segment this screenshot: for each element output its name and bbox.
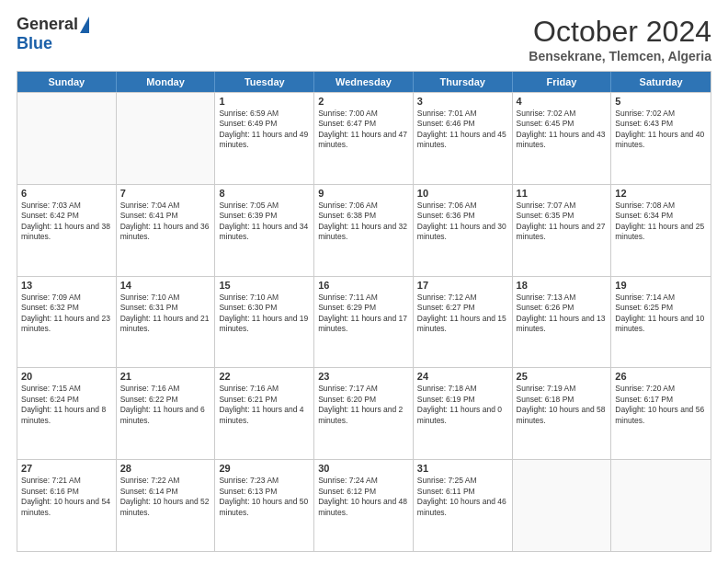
day-number: 25 [517,371,608,382]
day-number: 4 [517,96,608,107]
day-number: 29 [219,463,310,474]
cell-info: Sunrise: 7:25 AM Sunset: 6:11 PM Dayligh… [417,476,508,518]
header: General Blue October 2024 Bensekrane, Tl… [17,15,711,63]
day-number: 17 [417,280,508,291]
cell-info: Sunrise: 7:02 AM Sunset: 6:43 PM Dayligh… [615,109,707,151]
month-title: October 2024 [529,15,711,49]
header-day-friday: Friday [513,72,612,92]
cal-cell: 12Sunrise: 7:08 AM Sunset: 6:34 PM Dayli… [611,185,711,276]
cell-info: Sunrise: 7:22 AM Sunset: 6:14 PM Dayligh… [120,476,211,518]
cell-info: Sunrise: 7:16 AM Sunset: 6:21 PM Dayligh… [219,384,310,426]
day-number: 18 [517,280,608,291]
day-number: 20 [21,371,112,382]
page: General Blue October 2024 Bensekrane, Tl… [0,0,728,563]
cal-cell: 3Sunrise: 7:01 AM Sunset: 6:46 PM Daylig… [414,93,513,184]
cal-cell: 24Sunrise: 7:18 AM Sunset: 6:19 PM Dayli… [414,368,513,459]
cell-info: Sunrise: 7:13 AM Sunset: 6:26 PM Dayligh… [517,293,608,335]
week-row-1: 1Sunrise: 6:59 AM Sunset: 6:49 PM Daylig… [17,92,711,184]
cal-cell: 8Sunrise: 7:05 AM Sunset: 6:39 PM Daylig… [215,185,314,276]
cal-cell: 21Sunrise: 7:16 AM Sunset: 6:22 PM Dayli… [117,368,216,459]
cell-info: Sunrise: 7:01 AM Sunset: 6:46 PM Dayligh… [417,109,508,151]
logo-triangle-icon [80,17,89,33]
day-number: 31 [417,463,508,474]
week-row-3: 13Sunrise: 7:09 AM Sunset: 6:32 PM Dayli… [17,276,711,368]
cal-cell: 7Sunrise: 7:04 AM Sunset: 6:41 PM Daylig… [117,185,216,276]
logo-general-text: General [17,15,78,34]
cell-info: Sunrise: 7:10 AM Sunset: 6:30 PM Dayligh… [219,293,310,335]
cell-info: Sunrise: 7:03 AM Sunset: 6:42 PM Dayligh… [21,201,112,243]
cal-cell: 2Sunrise: 7:00 AM Sunset: 6:47 PM Daylig… [314,93,414,184]
cell-info: Sunrise: 7:07 AM Sunset: 6:35 PM Dayligh… [517,201,608,243]
header-day-thursday: Thursday [414,72,513,92]
header-day-wednesday: Wednesday [314,72,414,92]
cell-info: Sunrise: 6:59 AM Sunset: 6:49 PM Dayligh… [219,109,310,151]
header-day-saturday: Saturday [611,72,711,92]
cal-cell: 18Sunrise: 7:13 AM Sunset: 6:26 PM Dayli… [513,277,612,368]
cell-info: Sunrise: 7:24 AM Sunset: 6:12 PM Dayligh… [318,476,409,518]
cal-cell: 26Sunrise: 7:20 AM Sunset: 6:17 PM Dayli… [611,368,711,459]
cell-info: Sunrise: 7:12 AM Sunset: 6:27 PM Dayligh… [417,293,508,335]
cell-info: Sunrise: 7:14 AM Sunset: 6:25 PM Dayligh… [615,293,707,335]
cal-cell: 31Sunrise: 7:25 AM Sunset: 6:11 PM Dayli… [414,460,513,551]
day-number: 22 [219,371,310,382]
cell-info: Sunrise: 7:18 AM Sunset: 6:19 PM Dayligh… [417,384,508,426]
day-number: 21 [120,371,211,382]
day-number: 8 [219,188,310,199]
cell-info: Sunrise: 7:00 AM Sunset: 6:47 PM Dayligh… [318,109,409,151]
cell-info: Sunrise: 7:21 AM Sunset: 6:16 PM Dayligh… [21,476,112,518]
cal-cell: 9Sunrise: 7:06 AM Sunset: 6:38 PM Daylig… [314,185,414,276]
day-number: 12 [615,188,707,199]
day-number: 1 [219,96,310,107]
cal-cell: 17Sunrise: 7:12 AM Sunset: 6:27 PM Dayli… [414,277,513,368]
day-number: 7 [120,188,211,199]
week-row-2: 6Sunrise: 7:03 AM Sunset: 6:42 PM Daylig… [17,184,711,276]
cal-cell: 25Sunrise: 7:19 AM Sunset: 6:18 PM Dayli… [513,368,612,459]
cal-cell: 29Sunrise: 7:23 AM Sunset: 6:13 PM Dayli… [215,460,314,551]
day-number: 26 [615,371,707,382]
cell-info: Sunrise: 7:17 AM Sunset: 6:20 PM Dayligh… [318,384,409,426]
week-row-4: 20Sunrise: 7:15 AM Sunset: 6:24 PM Dayli… [17,367,711,459]
cal-cell: 6Sunrise: 7:03 AM Sunset: 6:42 PM Daylig… [17,185,117,276]
cell-info: Sunrise: 7:02 AM Sunset: 6:45 PM Dayligh… [517,109,608,151]
cell-info: Sunrise: 7:05 AM Sunset: 6:39 PM Dayligh… [219,201,310,243]
cell-info: Sunrise: 7:15 AM Sunset: 6:24 PM Dayligh… [21,384,112,426]
day-number: 2 [318,96,409,107]
day-number: 28 [120,463,211,474]
cal-cell [17,93,117,184]
day-number: 3 [417,96,508,107]
cell-info: Sunrise: 7:20 AM Sunset: 6:17 PM Dayligh… [615,384,707,426]
cell-info: Sunrise: 7:16 AM Sunset: 6:22 PM Dayligh… [120,384,211,426]
header-day-tuesday: Tuesday [215,72,314,92]
logo-blue-text: Blue [17,34,52,53]
day-number: 30 [318,463,409,474]
day-number: 24 [417,371,508,382]
cal-cell: 22Sunrise: 7:16 AM Sunset: 6:21 PM Dayli… [215,368,314,459]
day-number: 5 [615,96,707,107]
day-number: 13 [21,280,112,291]
location-subtitle: Bensekrane, Tlemcen, Algeria [529,49,711,63]
cal-cell: 28Sunrise: 7:22 AM Sunset: 6:14 PM Dayli… [117,460,216,551]
cal-cell: 10Sunrise: 7:06 AM Sunset: 6:36 PM Dayli… [414,185,513,276]
cal-cell: 4Sunrise: 7:02 AM Sunset: 6:45 PM Daylig… [513,93,612,184]
calendar-header: SundayMondayTuesdayWednesdayThursdayFrid… [17,72,711,92]
cal-cell: 15Sunrise: 7:10 AM Sunset: 6:30 PM Dayli… [215,277,314,368]
cell-info: Sunrise: 7:06 AM Sunset: 6:38 PM Dayligh… [318,201,409,243]
header-day-sunday: Sunday [17,72,117,92]
day-number: 27 [21,463,112,474]
cell-info: Sunrise: 7:19 AM Sunset: 6:18 PM Dayligh… [517,384,608,426]
cal-cell [117,93,216,184]
cell-info: Sunrise: 7:11 AM Sunset: 6:29 PM Dayligh… [318,293,409,335]
week-row-5: 27Sunrise: 7:21 AM Sunset: 6:16 PM Dayli… [17,459,711,551]
title-section: October 2024 Bensekrane, Tlemcen, Algeri… [529,15,711,63]
cal-cell: 11Sunrise: 7:07 AM Sunset: 6:35 PM Dayli… [513,185,612,276]
day-number: 19 [615,280,707,291]
day-number: 14 [120,280,211,291]
cal-cell: 23Sunrise: 7:17 AM Sunset: 6:20 PM Dayli… [314,368,414,459]
cell-info: Sunrise: 7:23 AM Sunset: 6:13 PM Dayligh… [219,476,310,518]
day-number: 23 [318,371,409,382]
day-number: 9 [318,188,409,199]
cal-cell: 16Sunrise: 7:11 AM Sunset: 6:29 PM Dayli… [314,277,414,368]
cal-cell: 1Sunrise: 6:59 AM Sunset: 6:49 PM Daylig… [215,93,314,184]
cal-cell: 13Sunrise: 7:09 AM Sunset: 6:32 PM Dayli… [17,277,117,368]
day-number: 6 [21,188,112,199]
